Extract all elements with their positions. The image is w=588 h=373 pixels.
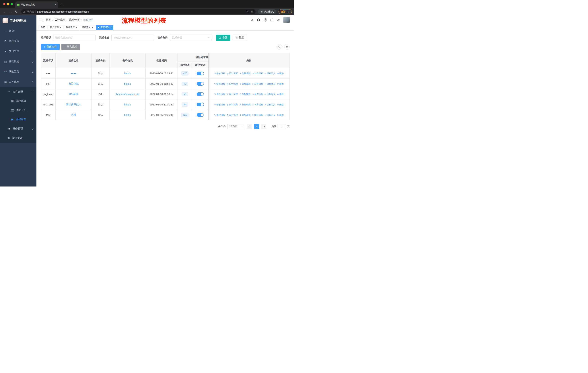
model-name-input[interactable]: [111, 35, 154, 41]
tag-item[interactable]: 首页: [39, 25, 47, 30]
zoom-window-button[interactable]: [10, 3, 13, 5]
sidebar-item-payment[interactable]: ¥支付管理: [0, 46, 36, 56]
sidebar-item-devtools[interactable]: ⚒研发工具: [0, 67, 36, 77]
show-search-button[interactable]: [276, 44, 282, 50]
definition-link[interactable]: ∞流程定义: [265, 103, 275, 106]
modify-link[interactable]: ✎修改流程: [214, 113, 225, 117]
close-icon[interactable]: ×: [76, 26, 77, 29]
assign-rule-link[interactable]: ♙分配规则: [240, 93, 251, 96]
back-icon[interactable]: ←: [2, 10, 7, 13]
form-link[interactable]: biubiu: [124, 103, 131, 106]
sidebar-item-workflow[interactable]: ▦工作流程: [0, 77, 36, 87]
delete-link[interactable]: ⊗删除: [277, 103, 284, 106]
font-size-icon[interactable]: TT: [277, 18, 280, 21]
new-tab-button[interactable]: +: [61, 3, 63, 7]
update-button[interactable]: 更新 ⋮: [279, 9, 292, 14]
sidebar-item-home[interactable]: ◔首页: [0, 26, 36, 36]
model-name-link[interactable]: 测试多审批人: [66, 103, 81, 106]
create-model-button[interactable]: + 新建流程: [41, 44, 60, 50]
tag-item[interactable]: 流程模型×: [96, 25, 114, 30]
sidebar-item-task-mgmt[interactable]: ▣任务管理: [0, 124, 36, 133]
assign-rule-link[interactable]: ♙分配规则: [240, 103, 251, 106]
model-name-link[interactable]: eeee: [71, 72, 76, 75]
reset-button[interactable]: ↻ 重置: [232, 35, 247, 41]
form-link[interactable]: biubiu: [124, 113, 131, 116]
search-icon[interactable]: [251, 19, 253, 21]
next-page-button[interactable]: [261, 124, 266, 129]
tag-item[interactable]: 租户管理×: [48, 25, 63, 30]
prev-page-button[interactable]: [247, 124, 252, 129]
github-icon[interactable]: [257, 18, 260, 22]
definition-link[interactable]: ∞流程定义: [265, 93, 275, 96]
form-link[interactable]: biubiu: [124, 82, 131, 85]
active-toggle[interactable]: [197, 92, 204, 96]
refresh-table-button[interactable]: ↻: [284, 44, 290, 50]
fullscreen-icon[interactable]: [270, 18, 273, 21]
definition-link[interactable]: ∞流程定义: [265, 72, 275, 75]
model-key-input[interactable]: [53, 35, 95, 41]
sidebar-item-user-group[interactable]: 用户分组: [0, 106, 36, 115]
publish-link[interactable]: ▷发布流程: [252, 113, 263, 117]
user-avatar[interactable]: [283, 17, 290, 23]
close-icon[interactable]: ×: [110, 26, 112, 29]
close-icon[interactable]: ×: [60, 26, 61, 29]
import-model-button[interactable]: ↑ 导入流程: [62, 44, 80, 50]
modify-link[interactable]: ✎修改流程: [214, 93, 225, 96]
active-toggle[interactable]: [197, 82, 204, 86]
address-bar[interactable]: ⚠ 不安全 dashboard.yudao.iocoder.cn/bpm/man…: [21, 9, 256, 14]
form-link[interactable]: /bpm/oa/leave/create: [116, 93, 139, 96]
assign-rule-link[interactable]: ♙分配规则: [240, 82, 251, 85]
page-size-select[interactable]: 10条/页: [228, 124, 245, 129]
delete-link[interactable]: ⊗删除: [277, 113, 284, 117]
model-name-link[interactable]: 滔博: [71, 113, 76, 116]
form-link[interactable]: biubiu: [124, 72, 131, 75]
delete-link[interactable]: ⊗删除: [277, 72, 284, 75]
publish-link[interactable]: ▷发布流程: [252, 82, 263, 85]
model-name-link[interactable]: 自己审批: [69, 82, 79, 85]
sidebar-item-system[interactable]: ⚙系统管理: [0, 36, 36, 46]
publish-link[interactable]: ▷发布流程: [252, 103, 263, 106]
help-icon[interactable]: ?: [264, 18, 267, 21]
delete-link[interactable]: ⊗删除: [277, 82, 284, 85]
active-toggle[interactable]: [197, 113, 204, 117]
definition-link[interactable]: ∞流程定义: [265, 82, 275, 85]
modify-link[interactable]: ✎修改流程: [214, 82, 225, 85]
design-link[interactable]: ◎设计流程: [227, 72, 238, 75]
sidebar-item-leave-query[interactable]: 请假查询: [0, 133, 36, 143]
page-number-button[interactable]: 1: [254, 124, 259, 129]
assign-rule-link[interactable]: ♙分配规则: [240, 72, 251, 75]
close-icon[interactable]: ×: [92, 26, 93, 29]
close-window-button[interactable]: [3, 3, 5, 5]
sidebar-item-infra[interactable]: ▤基础设施: [0, 56, 36, 67]
breadcrumb-item[interactable]: 流程管理: [69, 18, 79, 21]
sidebar-item-process-model[interactable]: ▶流程模型: [0, 115, 36, 124]
active-toggle[interactable]: [197, 71, 204, 75]
publish-link[interactable]: ▷发布流程: [252, 93, 263, 96]
reload-icon[interactable]: ↻: [14, 10, 19, 14]
forward-icon[interactable]: →: [8, 10, 13, 13]
url-text[interactable]: dashboard.yudao.iocoder.cn/bpm/manager/m…: [37, 10, 245, 13]
app-logo[interactable]: 芋道管理系统: [0, 15, 36, 26]
sidebar-item-process-form[interactable]: ▤流程表单: [0, 97, 36, 106]
publish-link[interactable]: ▷发布流程: [252, 72, 263, 75]
tag-item[interactable]: 我的流程×: [64, 25, 79, 30]
active-toggle[interactable]: [197, 103, 204, 106]
modify-link[interactable]: ✎修改流程: [214, 103, 225, 106]
definition-link[interactable]: ∞流程定义: [265, 113, 275, 117]
breadcrumb-item[interactable]: 工作流程: [55, 18, 65, 21]
design-link[interactable]: ◎设计流程: [227, 113, 238, 117]
design-link[interactable]: ◎设计流程: [227, 103, 238, 106]
search-button[interactable]: 搜索: [216, 35, 230, 41]
menu-kebab-icon[interactable]: ⋮: [287, 10, 290, 13]
browser-tab[interactable]: 芋道管理系统 ×: [15, 1, 58, 8]
tab-close-icon[interactable]: ×: [55, 3, 56, 6]
hamburger-icon[interactable]: [39, 19, 42, 21]
breadcrumb-item[interactable]: 首页: [46, 18, 51, 21]
sidebar-item-process-mgmt[interactable]: ≡流程管理: [0, 87, 36, 97]
key-icon[interactable]: [247, 10, 250, 13]
minimize-window-button[interactable]: [7, 3, 9, 5]
modify-link[interactable]: ✎修改流程: [214, 72, 225, 75]
bookmark-star-icon[interactable]: ☆: [251, 10, 253, 13]
security-label[interactable]: 不安全: [27, 10, 34, 13]
model-name-link[interactable]: OA 请假: [69, 92, 78, 95]
